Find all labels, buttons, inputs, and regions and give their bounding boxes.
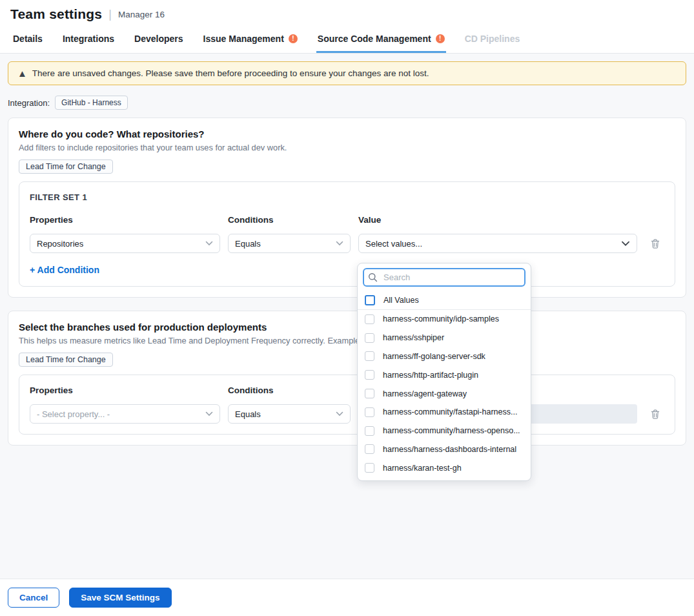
branches-card-subtitle: This helps us measure metrics like Lead … <box>19 336 675 345</box>
repo-option[interactable]: harness-community/idp-samples <box>358 310 531 329</box>
conditions-header: Conditions <box>228 385 351 395</box>
warning-badge-icon: ! <box>436 34 445 43</box>
repo-option-label: harness/harness-dashboards-internal <box>383 445 516 454</box>
page-header: Team settings | Manager 16 <box>0 0 694 27</box>
cancel-button[interactable]: Cancel <box>8 588 59 608</box>
property-select[interactable]: Repositories <box>30 234 220 253</box>
tab-integrations-label: Integrations <box>63 34 114 44</box>
repo-option[interactable]: harness/integrations-dashboard <box>358 477 531 481</box>
repo-option-label: harness/ff-golang-server-sdk <box>383 352 485 361</box>
team-name-label: Manager 16 <box>118 10 165 19</box>
repositories-card-subtitle: Add filters to include repositories that… <box>19 143 675 152</box>
search-icon <box>368 272 378 282</box>
repo-option[interactable]: harness/harness-dashboards-internal <box>358 440 531 459</box>
value-select-dropdown: All Values harness-community/idp-samples… <box>357 263 531 481</box>
repo-option-label: harness/agent-gateway <box>383 389 467 398</box>
condition-select-value: Equals <box>235 409 261 419</box>
tab-developers[interactable]: Developers <box>133 27 184 53</box>
properties-header: Properties <box>30 215 220 225</box>
chevron-down-icon <box>336 411 343 416</box>
unsaved-changes-banner: ▲︎ There are unsaved changes. Please sav… <box>8 61 686 85</box>
tab-developers-label: Developers <box>134 34 183 44</box>
tab-issue-management[interactable]: Issue Management ! <box>202 27 299 53</box>
property-select[interactable]: - Select property... - <box>30 404 220 424</box>
chevron-down-icon <box>205 241 213 246</box>
repo-checkbox[interactable] <box>365 351 374 361</box>
value-multiselect[interactable]: Select values... <box>358 234 637 253</box>
repo-option[interactable]: harness/sshpiper <box>358 329 531 347</box>
repo-checkbox[interactable] <box>365 426 374 436</box>
action-footer: Cancel Save SCM Settings <box>0 579 694 616</box>
add-condition-link[interactable]: + Add Condition <box>30 265 99 275</box>
search-input[interactable] <box>363 268 526 287</box>
repo-option-label: harness-community/fastapi-harness... <box>383 407 517 416</box>
repo-option[interactable]: harness/karan-test-gh <box>358 458 531 477</box>
all-values-label: All Values <box>383 296 419 305</box>
tab-integrations[interactable]: Integrations <box>61 27 116 53</box>
repo-option-label: harness-community/harness-openso... <box>383 426 520 435</box>
lead-time-tag: Lead Time for Change <box>19 159 113 174</box>
repo-option-label: harness/sshpiper <box>383 333 444 342</box>
condition-select[interactable]: Equals <box>228 404 351 424</box>
delete-condition-button[interactable] <box>649 237 662 251</box>
tab-issue-management-label: Issue Management <box>203 34 284 44</box>
settings-tab-bar: Details Integrations Developers Issue Ma… <box>0 27 694 54</box>
integration-row: Integration: GitHub - Harness <box>8 96 686 110</box>
properties-header: Properties <box>30 385 220 395</box>
condition-select[interactable]: Equals <box>228 234 351 253</box>
filter-condition-row: - Select property... - Equals <box>30 404 664 424</box>
repo-checkbox[interactable] <box>365 463 374 473</box>
all-values-option[interactable]: All Values <box>358 291 531 310</box>
filter-set-1: FILTER SET 1 Properties Conditions Value… <box>19 181 675 287</box>
delete-condition-button[interactable] <box>649 407 662 421</box>
tab-source-code-management-label: Source Code Management <box>318 34 431 44</box>
tab-source-code-management[interactable]: Source Code Management ! <box>316 27 446 53</box>
integration-chip[interactable]: GitHub - Harness <box>55 96 128 110</box>
integration-label: Integration: <box>8 98 50 108</box>
condition-select-value: Equals <box>235 239 261 249</box>
repo-checkbox[interactable] <box>365 444 374 454</box>
repo-checkbox[interactable] <box>365 389 374 398</box>
unsaved-changes-text: There are unsaved changes. Please save t… <box>32 68 429 78</box>
repo-option[interactable]: harness-community/fastapi-harness... <box>358 403 531 422</box>
trash-icon <box>650 409 660 420</box>
repo-checkbox[interactable] <box>365 407 374 417</box>
value-multiselect-placeholder: Select values... <box>365 239 422 249</box>
repo-option[interactable]: harness-community/harness-openso... <box>358 422 531 440</box>
value-header: Value <box>358 215 637 225</box>
repo-checkbox[interactable] <box>365 314 374 324</box>
repo-option[interactable]: harness/agent-gateway <box>358 384 531 403</box>
tab-cd-pipelines: CD Pipelines <box>464 27 522 53</box>
repositories-card: Where do you code? What repositories? Ad… <box>8 118 686 298</box>
filter-condition-row: Repositories Equals Select values... <box>30 234 664 253</box>
warning-triangle-icon: ▲︎ <box>17 68 27 78</box>
dropdown-search <box>358 263 531 291</box>
chevron-down-icon <box>205 411 213 416</box>
branches-card-title: Select the branches used for production … <box>19 322 675 333</box>
repo-checkbox[interactable] <box>365 370 374 380</box>
filter-set-1-title: FILTER SET 1 <box>30 192 664 202</box>
title-divider: | <box>108 8 112 21</box>
property-select-value: Repositories <box>37 239 83 249</box>
repo-option-label: harness/http-artifact-plugin <box>383 371 478 380</box>
branches-card: Select the branches used for production … <box>8 311 686 446</box>
branches-filter-set: Properties Conditions Value - Select pro… <box>19 375 675 435</box>
warning-badge-icon: ! <box>289 34 298 43</box>
repo-option[interactable]: harness/http-artifact-plugin <box>358 365 531 384</box>
chevron-down-icon <box>336 241 343 246</box>
tab-details-label: Details <box>13 34 43 44</box>
property-select-placeholder: - Select property... - <box>37 409 110 419</box>
all-values-checkbox[interactable] <box>365 295 375 305</box>
settings-content: ▲︎ There are unsaved changes. Please sav… <box>0 54 694 579</box>
repo-option-label: harness/karan-test-gh <box>383 464 462 473</box>
conditions-header: Conditions <box>228 215 351 225</box>
page-title: Team settings <box>10 6 102 22</box>
repo-option[interactable]: harness/ff-golang-server-sdk <box>358 347 531 366</box>
filter-column-headers: Properties Conditions Value <box>30 385 664 395</box>
save-scm-settings-button[interactable]: Save SCM Settings <box>69 588 171 608</box>
repo-checkbox[interactable] <box>365 333 374 343</box>
tab-details[interactable]: Details <box>12 27 44 53</box>
lead-time-tag: Lead Time for Change <box>19 353 113 367</box>
repositories-card-title: Where do you code? What repositories? <box>19 128 675 139</box>
trash-icon <box>650 238 660 249</box>
